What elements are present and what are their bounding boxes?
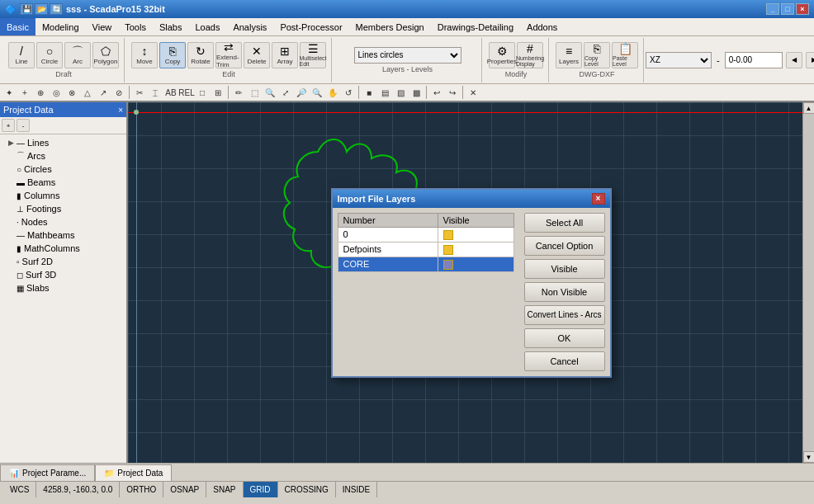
title-bar-controls[interactable]: _ □ × (766, 3, 809, 15)
menu-addons[interactable]: Addons (520, 18, 564, 35)
snap-icon-8[interactable]: ⊘ (111, 85, 126, 100)
snap-icon-7[interactable]: ↗ (96, 85, 111, 100)
menu-tools[interactable]: Tools (118, 18, 153, 35)
tool-copy-level[interactable]: ⎘ Copy Level (584, 42, 610, 68)
non-visible-button[interactable]: Non Visible (524, 282, 605, 302)
snap-icon-2[interactable]: + (17, 85, 32, 100)
edit-icon-4[interactable]: REL (179, 85, 194, 100)
render-icon-4[interactable]: ▩ (409, 85, 424, 100)
zoom-out-icon[interactable]: 🔍 (310, 85, 324, 100)
tree-item-slabs[interactable]: ▶ ▦ Slabs (2, 281, 125, 294)
tree-item-columns[interactable]: ▶ ▮ Columns (2, 189, 125, 202)
scroll-up-button[interactable]: ▲ (803, 102, 815, 114)
render-icon-1[interactable]: ■ (362, 85, 376, 100)
ok-button[interactable]: OK (524, 328, 605, 348)
coord-btn-1[interactable]: ◀ (786, 52, 802, 68)
coord-btn-2[interactable]: ▶ (806, 52, 814, 68)
tb-icon-2[interactable]: 📂 (35, 3, 48, 15)
tool-copy[interactable]: ⎘ Copy (159, 42, 186, 68)
tree-item-mathbeams[interactable]: ▶ — Mathbeams (2, 228, 125, 242)
menu-analysis[interactable]: Analysis (226, 18, 273, 35)
menu-view[interactable]: View (86, 18, 119, 35)
rotate-view-icon[interactable]: ↺ (341, 85, 356, 100)
table-row[interactable]: 0 (338, 227, 513, 242)
snap-icon-5[interactable]: ⊗ (64, 85, 79, 100)
tool-multiselect[interactable]: ☰ Multiselect Edit (300, 42, 326, 68)
tool-numbering[interactable]: # Numbering Display (517, 42, 543, 68)
snap-icon-6[interactable]: △ (80, 85, 95, 100)
canvas-area[interactable]: Import File Layers × Number Visible (128, 102, 814, 463)
view-icon-1[interactable]: ✏ (231, 85, 246, 100)
menu-members-design[interactable]: Members Design (349, 18, 431, 35)
table-row-selected[interactable]: CORE (338, 257, 513, 271)
select-all-button[interactable]: Select All (524, 213, 605, 233)
status-ortho[interactable]: ORTHO (120, 482, 163, 497)
status-crossing[interactable]: CROSSING (278, 482, 336, 497)
table-row[interactable]: Defpoints (338, 242, 513, 257)
tool-arc[interactable]: ⌒ Arc (64, 42, 91, 68)
menu-drawings[interactable]: Drawings-Detailing (431, 18, 520, 35)
status-inside[interactable]: INSIDE (336, 482, 377, 497)
menu-loads[interactable]: Loads (188, 18, 226, 35)
close-button[interactable]: × (796, 3, 809, 15)
cancel-option-button[interactable]: Cancel Option (524, 236, 605, 256)
menu-modeling[interactable]: Modeling (35, 18, 86, 35)
axis-dropdown[interactable]: XZ XY YZ (646, 52, 712, 68)
convert-lines-arcs-button[interactable]: Convert Lines - Arcs (524, 305, 605, 325)
layers-dropdown[interactable]: Lines circles (354, 47, 461, 64)
menu-basic[interactable]: Basic (0, 18, 35, 35)
tab-project-data[interactable]: 📁 Project Data (95, 464, 172, 481)
view-icon-2[interactable]: ⬚ (247, 85, 262, 100)
status-snap[interactable]: SNAP (206, 482, 243, 497)
zoom-extent-icon[interactable]: ⤢ (278, 85, 293, 100)
edit-icon-2[interactable]: ⌶ (148, 85, 163, 100)
coord-input[interactable] (725, 52, 783, 68)
snap-icon-1[interactable]: ✦ (2, 85, 17, 100)
tree-item-footings[interactable]: ▶ ⊥ Footings (2, 202, 125, 215)
tb-icon-1[interactable]: 💾 (20, 3, 33, 15)
tool-delete[interactable]: ✕ Delete (244, 42, 270, 68)
render-icon-3[interactable]: ▧ (393, 85, 408, 100)
tree-item-arcs[interactable]: ▶ ⌒ Arcs (2, 149, 125, 163)
render-icon-2[interactable]: ▤ (377, 85, 392, 100)
scroll-track[interactable] (803, 114, 814, 451)
tree-item-beams[interactable]: ▶ ▬ Beams (2, 176, 125, 189)
panel-close-button[interactable]: × (118, 106, 123, 115)
redo-icon[interactable]: ↪ (445, 85, 460, 100)
tool-properties[interactable]: ⚙ Properties (489, 42, 515, 68)
tree-item-mathcolumns[interactable]: ▶ ▮ MathColumns (2, 242, 125, 255)
tool-polygon[interactable]: ⬠ Polygon (92, 42, 119, 68)
status-osnap[interactable]: OSNAP (163, 482, 206, 497)
snap-icon-4[interactable]: ◎ (49, 85, 64, 100)
undo-icon[interactable]: ↩ (429, 85, 444, 100)
scroll-down-button[interactable]: ▼ (803, 451, 815, 463)
tool-move[interactable]: ↕ Move (131, 42, 158, 68)
tool-rotate[interactable]: ↻ Rotate (187, 42, 214, 68)
tab-project-params[interactable]: 📊 Project Parame... (0, 464, 95, 481)
zoom-in-icon[interactable]: 🔎 (294, 85, 309, 100)
minimize-button[interactable]: _ (766, 3, 779, 15)
tree-item-surf2d[interactable]: ▶ ▫ Surf 2D (2, 255, 125, 268)
maximize-button[interactable]: □ (781, 3, 794, 15)
visible-button[interactable]: Visible (524, 259, 605, 279)
menu-slabs[interactable]: Slabs (153, 18, 189, 35)
edit-icon-1[interactable]: ✂ (132, 85, 147, 100)
view-icon-3[interactable]: 🔍 (263, 85, 277, 100)
status-grid[interactable]: GRID (244, 482, 278, 497)
tool-line[interactable]: / Line (8, 42, 35, 68)
tree-item-lines[interactable]: ▶ — Lines (2, 136, 125, 149)
right-scrollbar[interactable]: ▲ ▼ (802, 102, 814, 463)
tree-item-nodes[interactable]: ▶ · Nodes (2, 215, 125, 228)
cancel-icon[interactable]: ✕ (466, 85, 480, 100)
snap-icon-3[interactable]: ⊕ (33, 85, 48, 100)
tool-circle[interactable]: ○ Circle (36, 42, 63, 68)
tree-item-circles[interactable]: ▶ ○ Circles (2, 163, 125, 176)
tool-paste-level[interactable]: 📋 Paste Level (612, 42, 638, 68)
tool-extend-trim[interactable]: ⇄ Extend-Trim (215, 42, 242, 68)
tool-layers[interactable]: ≡ Layers (556, 42, 582, 68)
menu-postprocessor[interactable]: Post-Processor (273, 18, 348, 35)
edit-icon-3[interactable]: AB (163, 85, 178, 100)
tree-collapse-icon[interactable]: - (17, 119, 30, 132)
tree-expand-icon[interactable]: + (2, 119, 15, 132)
modal-close-button[interactable]: × (592, 193, 605, 205)
